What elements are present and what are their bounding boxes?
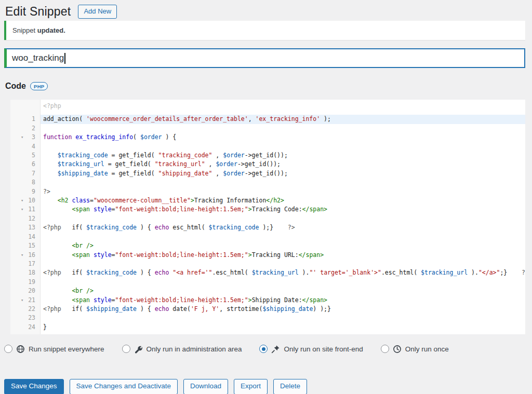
line-number: 7 (10, 169, 41, 178)
line-number: 20 (10, 287, 41, 295)
scope-option-run-snippet-everywhere[interactable]: Run snippet everywhere (4, 345, 104, 354)
code-line-text: $shipping_date = get_field( "shipping_da… (41, 169, 525, 178)
edit-snippet-page: Edit Snippet Add New Snippet updated. wo… (0, 0, 532, 394)
radio-button[interactable] (122, 345, 130, 353)
fold-arrow-icon[interactable]: ▾ (21, 133, 23, 142)
text-cursor (64, 53, 65, 64)
scope-option-label: Only run in administration area (147, 345, 242, 353)
code-line-text: ?> (41, 187, 525, 196)
radio-button[interactable] (4, 345, 12, 353)
code-section-heading: Code (5, 81, 26, 91)
line-number: 4 (10, 142, 41, 151)
code-line[interactable]: 14 (10, 233, 525, 241)
scope-option-label: Only run once (405, 345, 449, 353)
code-line-text (41, 233, 525, 241)
scope-option-only-run-in-administration-area[interactable]: Only run in administration area (122, 345, 242, 354)
fold-arrow-icon[interactable]: ▾ (21, 251, 23, 260)
line-number: 24 (10, 323, 41, 332)
code-line[interactable]: 22<?php if( $shipping_date ) { echo date… (10, 305, 525, 314)
code-line[interactable]: 20 <br /> (10, 287, 525, 295)
code-line[interactable]: 5 $tracking_code = get_field( "tracking_… (10, 151, 525, 160)
globe-icon (16, 345, 25, 354)
code-line-text (41, 124, 525, 133)
code-line[interactable]: 11▾ <span style="font-weight:bold;line-h… (10, 205, 525, 214)
scope-option-label: Only run on site front-end (284, 345, 363, 353)
code-line-text: <?php if( $tracking_code ) { echo "<a hr… (41, 268, 525, 277)
code-line[interactable]: 7 $shipping_date = get_field( "shipping_… (10, 169, 525, 178)
line-number: 22 (10, 305, 41, 314)
code-line-text: function ex_tracking_info( $order ) { (41, 133, 525, 142)
code-line[interactable]: 15 <br /> (10, 241, 525, 250)
code-line[interactable]: 16▾ <span style="font-weight:bold;line-h… (10, 251, 525, 260)
php-open-tag-line[interactable]: <?php (10, 102, 525, 111)
line-number: 14 (10, 233, 41, 241)
code-line[interactable]: 3▾function ex_tracking_info( $order ) { (10, 133, 525, 142)
fold-arrow-icon[interactable]: ▾ (21, 205, 23, 214)
scope-option-only-run-on-site-front-end[interactable]: Only run on site front-end (259, 345, 363, 354)
code-line[interactable]: 9?> (10, 187, 525, 196)
code-line-text: <span style="font-weight:bold;line-heigh… (41, 205, 525, 214)
page-title: Edit Snippet (5, 5, 71, 19)
clock-icon (393, 345, 402, 354)
fold-arrow-icon[interactable]: ▾ (21, 296, 23, 305)
code-line[interactable]: 21▾ <span style="font-weight:bold;line-h… (10, 296, 525, 305)
line-number: 2 (10, 124, 41, 133)
notice-bold-text: updated. (37, 26, 65, 34)
save-changes-button[interactable]: Save Changes (4, 379, 64, 394)
download-button[interactable]: Download (183, 379, 228, 394)
snippet-updated-notice: Snippet updated. (4, 21, 525, 40)
code-editor[interactable]: <?php1add_action( 'woocommerce_order_det… (10, 100, 525, 334)
scope-option-only-run-once[interactable]: Only run once (381, 345, 449, 354)
code-line-text (41, 314, 525, 322)
line-number (10, 102, 41, 111)
snippet-title-input[interactable]: woo_tracking (4, 48, 525, 68)
add-new-button[interactable]: Add New (78, 5, 117, 19)
line-number: 16▾ (10, 251, 41, 260)
export-button[interactable]: Export (234, 379, 268, 394)
code-line-text (41, 260, 525, 268)
code-line[interactable]: 6 $tracking_url = get_field( "tracking_u… (10, 160, 525, 169)
wrench-icon (134, 345, 143, 354)
line-number: 8 (10, 178, 41, 187)
code-line[interactable]: 23 (10, 314, 525, 322)
delete-button[interactable]: Delete (273, 379, 307, 394)
code-line[interactable]: 4 (10, 142, 525, 151)
notice-text: Snippet (12, 26, 37, 34)
save-changes-and-deactivate-button[interactable]: Save Changes and Deactivate (70, 379, 178, 394)
line-number: 13 (10, 223, 41, 232)
line-number: 17 (10, 260, 41, 268)
code-line-text: } (41, 323, 525, 332)
code-line[interactable]: 17 (10, 260, 525, 268)
code-line[interactable]: 1add_action( 'woocommerce_order_details_… (10, 115, 525, 124)
line-number: 10▾ (10, 196, 41, 205)
code-lines: <?php1add_action( 'woocommerce_order_det… (10, 100, 525, 332)
code-line[interactable]: 10▾ <h2 class="woocommerce-column__title… (10, 196, 525, 205)
code-line-text (41, 178, 525, 187)
code-line-text: <h2 class="woocommerce-column__title">Tr… (41, 196, 525, 205)
code-line[interactable]: 12 (10, 214, 525, 223)
pushpin-icon (271, 345, 280, 354)
fold-arrow-icon[interactable]: ▾ (21, 196, 23, 205)
code-line-text: <span style="font-weight:bold;line-heigh… (41, 296, 525, 305)
radio-button[interactable] (259, 345, 268, 353)
code-line[interactable]: 19 (10, 278, 525, 287)
code-line-text (41, 142, 525, 151)
page-header: Edit Snippet Add New (0, 0, 532, 20)
action-buttons: Save ChangesSave Changes and DeactivateD… (4, 379, 532, 394)
php-badge: PHP (30, 82, 48, 90)
code-line[interactable]: 24} (10, 323, 525, 332)
code-line-text: $tracking_url = get_field( "tracking_url… (41, 160, 525, 169)
code-line-text: <?php if( $shipping_date ) { echo date('… (41, 305, 525, 314)
code-line[interactable]: 2 (10, 124, 525, 133)
code-line[interactable]: 8 (10, 178, 525, 187)
radio-button[interactable] (381, 345, 389, 353)
code-line-text: <?php if( $tracking_code ) { echo esc_ht… (41, 223, 525, 232)
code-line[interactable]: 13<?php if( $tracking_code ) { echo esc_… (10, 223, 525, 232)
scope-option-label: Run snippet everywhere (29, 345, 104, 353)
code-line-text: <?php (41, 102, 525, 111)
snippet-title-value: woo_tracking (12, 53, 64, 63)
line-number: 9 (10, 187, 41, 196)
code-line[interactable]: 18<?php if( $tracking_code ) { echo "<a … (10, 268, 525, 277)
line-number: 23 (10, 314, 41, 322)
line-number: 1 (10, 115, 41, 124)
